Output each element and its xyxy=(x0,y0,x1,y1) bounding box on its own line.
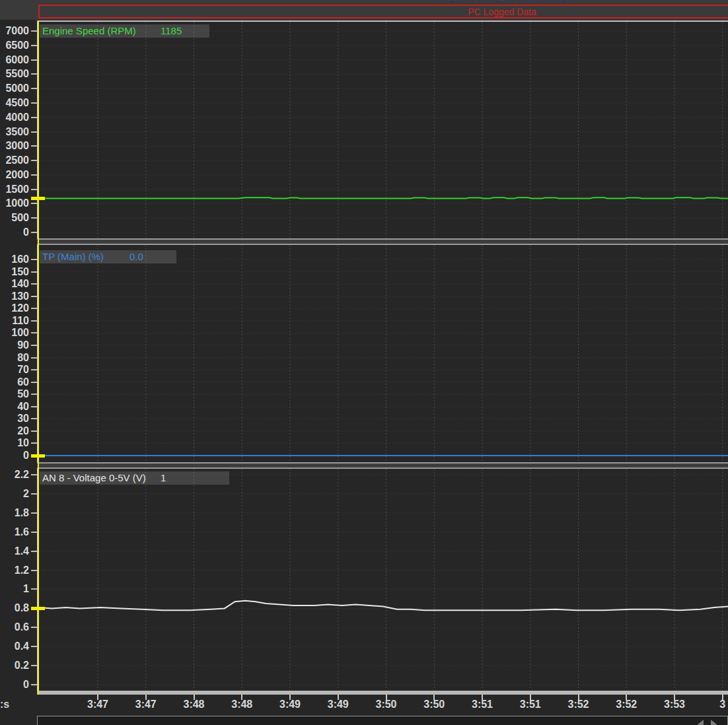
x-axis-tick-label: 3:48 xyxy=(231,699,252,710)
y-axis-tick-label: 110 xyxy=(0,315,29,327)
y-axis-tick-mark xyxy=(31,59,37,61)
y-axis-tick-mark xyxy=(31,30,37,32)
y-axis-tick-mark xyxy=(31,283,37,285)
x-axis-bar xyxy=(37,691,728,695)
y-axis-tick-label: 0.2 xyxy=(0,660,29,672)
chart-separator[interactable] xyxy=(37,238,728,245)
y-axis-tick-label: 30 xyxy=(0,413,29,425)
y-axis-tick-label: 0.8 xyxy=(0,602,29,614)
series-label-engine-speed[interactable]: Engine Speed (RPM)1185 xyxy=(40,24,209,38)
y-axis-tick-label: 150 xyxy=(0,266,29,278)
y-axis-tick-label: 2.2 xyxy=(0,469,29,481)
chart-separator[interactable] xyxy=(37,462,728,469)
y-axis-tick-mark xyxy=(31,73,37,75)
x-axis-tick-label: 3:47 xyxy=(87,699,108,710)
y-axis-tick-mark xyxy=(31,684,37,685)
y-axis-tick-label: 1.8 xyxy=(0,507,29,519)
series-current-value: 1185 xyxy=(161,25,182,36)
y-axis-tick-label: 40 xyxy=(0,401,29,413)
y-axis-tick-mark xyxy=(31,259,37,260)
y-axis-tick-label: 130 xyxy=(0,291,29,302)
cursor-value-marker xyxy=(31,454,45,458)
y-axis-tick-label: 0 xyxy=(0,679,29,691)
y-axis-tick-label: 120 xyxy=(0,302,29,314)
y-axis-tick-label: 2000 xyxy=(0,169,29,181)
y-axis-tick-label: 0 xyxy=(0,226,29,238)
series-name: TP (Main) (%) xyxy=(42,250,129,263)
y-axis-tick-label: 2500 xyxy=(0,155,29,166)
x-axis-tick-label: 3:52 xyxy=(616,699,637,710)
y-axis-tick-mark xyxy=(31,145,37,147)
series-label-tp-main[interactable]: TP (Main) (%)0.0 xyxy=(40,250,176,263)
x-axis-tick-label: 3:48 xyxy=(183,699,204,710)
series-current-value: 1 xyxy=(161,472,166,483)
plot-title-bar: PC Logged Data xyxy=(38,5,728,18)
plot-title: PC Logged Data xyxy=(40,7,728,17)
y-axis-tick-label: 10 xyxy=(0,437,29,449)
y-axis-tick-label: 80 xyxy=(0,352,29,364)
y-axis-tick-mark xyxy=(31,102,37,104)
y-axis-tick-label: 0.4 xyxy=(0,640,29,652)
y-axis-tick-mark xyxy=(31,296,37,297)
x-axis-tick-label: 3:49 xyxy=(279,699,301,710)
y-axis-tick-label: 1.6 xyxy=(0,526,29,538)
y-axis-tick-mark xyxy=(31,88,37,89)
tp-main-y-axis: 1601501401301201101009080706050403020100 xyxy=(0,245,37,462)
y-axis-tick-label: 1 xyxy=(0,583,29,595)
chart-engine-speed[interactable]: 7000650060005500500045004000350030002500… xyxy=(0,22,728,238)
y-axis-tick-label: 160 xyxy=(0,254,29,265)
chart-tp-main[interactable]: 1601501401301201101009080706050403020100… xyxy=(0,245,728,462)
y-axis-tick-label: 500 xyxy=(0,212,29,224)
y-axis-tick-mark xyxy=(31,431,37,432)
time-cursor-line[interactable] xyxy=(38,21,39,695)
x-axis-tick-label: 3:51 xyxy=(472,699,493,710)
y-axis-tick-label: 4000 xyxy=(0,112,29,123)
x-axis-unit-label: :s xyxy=(0,699,9,710)
clipped-header-text: Press F8 for Live Time Plot xyxy=(277,0,727,3)
y-axis-tick-mark xyxy=(31,160,37,161)
y-axis-tick-mark xyxy=(31,332,37,333)
x-axis-tick-label: 3:51 xyxy=(520,699,541,710)
header-strip: Press F8 for Live Time Plot PC Logged Da… xyxy=(0,0,728,20)
y-axis-tick-label: 50 xyxy=(0,388,29,400)
scroll-left-arrow-icon[interactable] xyxy=(698,720,704,725)
series-current-value: 0.0 xyxy=(129,251,143,262)
y-axis-tick-mark xyxy=(31,493,37,495)
y-axis-tick-label: 140 xyxy=(0,278,29,290)
cursor-value-marker xyxy=(31,607,45,610)
y-axis-tick-label: 1.2 xyxy=(0,565,29,576)
y-axis-tick-label: 1500 xyxy=(0,184,29,195)
y-axis-tick-mark xyxy=(31,418,37,419)
x-axis-tick-label: 3:50 xyxy=(423,699,445,710)
y-axis-tick-mark xyxy=(31,217,37,219)
y-axis-tick-mark xyxy=(31,308,37,309)
y-axis-tick-mark xyxy=(31,646,37,647)
series-trace xyxy=(38,197,728,198)
y-axis-tick-mark xyxy=(31,232,37,233)
x-axis-tick-label: 3:47 xyxy=(135,699,157,710)
y-axis-tick-mark xyxy=(31,382,37,383)
y-axis-tick-label: 6500 xyxy=(0,40,29,52)
horizontal-scrollbar[interactable] xyxy=(37,716,728,725)
engine-speed-plot xyxy=(38,22,728,238)
chart-an8-voltage[interactable]: 2.221.81.61.41.210.80.60.40.20 AN 8 - Vo… xyxy=(0,469,728,691)
series-label-an8-voltage[interactable]: AN 8 - Voltage 0-5V (V)1 xyxy=(40,471,229,485)
y-axis-tick-label: 5000 xyxy=(0,83,29,94)
x-axis-tick-label: 3 xyxy=(719,699,725,710)
y-axis-tick-label: 0 xyxy=(0,450,29,462)
y-axis-tick-mark xyxy=(31,512,37,514)
tp-main-plot xyxy=(38,245,728,462)
y-axis-tick-label: 20 xyxy=(0,425,29,437)
series-name: Engine Speed (RPM) xyxy=(42,24,161,38)
scroll-right-arrow-icon[interactable] xyxy=(711,720,717,725)
time-plot-area: 7000650060005500500045004000350030002500… xyxy=(0,20,728,725)
y-axis-tick-mark xyxy=(31,570,37,571)
x-axis-tick-label: 3:53 xyxy=(664,699,685,710)
y-axis-tick-label: 5500 xyxy=(0,68,29,80)
y-axis-tick-label: 4500 xyxy=(0,97,29,109)
y-axis-tick-mark xyxy=(31,442,37,444)
pc-logging-time-plot-screen: Press F8 for Live Time Plot PC Logged Da… xyxy=(0,0,728,725)
y-axis-tick-mark xyxy=(31,394,37,395)
y-axis-tick-mark xyxy=(31,131,37,133)
y-axis-tick-label: 90 xyxy=(0,339,29,351)
